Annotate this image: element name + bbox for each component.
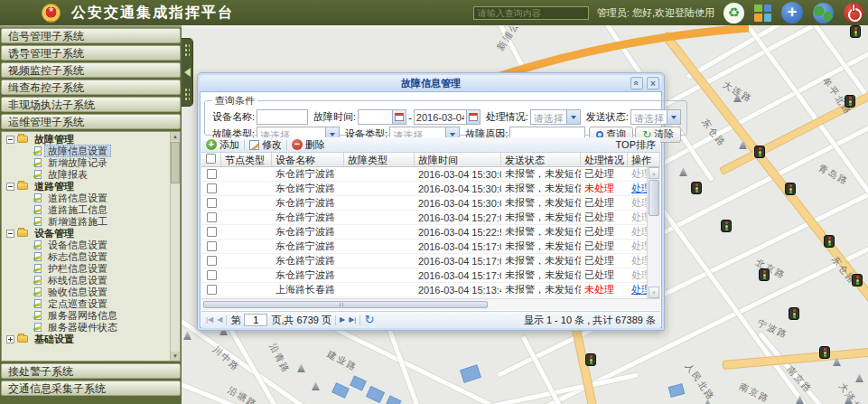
handle-status-select[interactable]: 请选择 <box>530 109 581 125</box>
send-status-select[interactable]: 请选择 <box>630 109 681 125</box>
first-page-button[interactable]: |◀ <box>206 315 213 324</box>
tree-scrollbar[interactable]: ▲ ▼ <box>170 132 180 361</box>
apps-grid-icon[interactable] <box>754 5 771 22</box>
tree-item[interactable]: 设备信息设置 <box>4 240 169 250</box>
traffic-light-marker-icon[interactable] <box>824 235 835 248</box>
table-row[interactable]: 上海路长春路 2016-03-04 15:13:45 未报警，未发短信 未处理 … <box>201 283 660 297</box>
camera-marker-icon[interactable] <box>854 373 864 382</box>
tree-item[interactable]: 基础设置 <box>4 334 169 344</box>
prev-page-button[interactable]: ◀ <box>217 315 222 324</box>
row-checkbox[interactable] <box>207 198 217 208</box>
tree-item[interactable]: 道路管理 <box>4 181 169 192</box>
tree-toggle-icon[interactable] <box>6 183 14 191</box>
table-row[interactable]: 东仓路宁波路 2016-03-04 15:17:01 未报警，未发短信 已处理 … <box>201 240 660 254</box>
row-checkbox[interactable] <box>207 169 217 179</box>
table-row[interactable]: 东仓路宁波路 2016-03-04 15:30:00 未报警，未发短信 已处理 … <box>201 196 660 211</box>
scroll-up-arrow-icon[interactable]: ▲ <box>649 167 659 179</box>
chevron-down-icon[interactable] <box>667 110 680 124</box>
row-checkbox[interactable] <box>207 212 217 222</box>
table-row[interactable]: 东仓路宁波路 2016-03-04 15:27:00 未报警，未发短信 已处理 … <box>201 211 660 225</box>
row-checkbox[interactable] <box>207 183 217 193</box>
scroll-down-arrow-icon[interactable]: ▼ <box>649 287 659 298</box>
tree-toggle-icon[interactable] <box>6 136 14 144</box>
tree-toggle-icon[interactable] <box>6 335 14 343</box>
device-name-input[interactable] <box>257 109 308 125</box>
fault-time-to-input[interactable] <box>415 110 466 124</box>
camera-marker-icon[interactable] <box>678 167 688 176</box>
traffic-light-marker-icon[interactable] <box>691 182 702 194</box>
power-logout-icon[interactable] <box>844 3 863 23</box>
column-device-name[interactable]: 设备名称 <box>272 153 344 166</box>
table-horizontal-scrollbar[interactable] <box>201 298 660 310</box>
tree-item[interactable]: 新增故障记录 <box>4 157 169 168</box>
sidebar-section[interactable]: 视频监控子系统 <box>1 62 181 78</box>
traffic-light-marker-icon[interactable] <box>852 274 863 287</box>
sidebar-collapse-handle[interactable] <box>182 38 193 107</box>
page-number-input[interactable] <box>244 314 267 326</box>
sidebar-section[interactable]: 诱导管理子系统 <box>1 45 181 61</box>
column-send-status[interactable]: 发送状态 <box>501 153 581 166</box>
traffic-light-marker-icon[interactable] <box>721 220 732 232</box>
tree-item[interactable]: 标志信息设置 <box>4 251 169 262</box>
add-button[interactable]: + 添加 <box>206 138 239 152</box>
traffic-light-marker-icon[interactable] <box>845 95 855 108</box>
traffic-light-marker-icon[interactable] <box>789 307 799 320</box>
tree-toggle-icon[interactable] <box>6 230 14 238</box>
tree-item[interactable]: 标线信息设置 <box>4 275 169 286</box>
camera-marker-icon[interactable] <box>311 381 321 390</box>
tree-item[interactable]: 故障信息设置 <box>4 146 169 156</box>
tree-item[interactable]: 设备管理 <box>4 228 169 239</box>
table-row[interactable]: 东仓路宁波路 2016-03-04 15:17:01 未报警，未发短信 已处理 … <box>201 254 660 268</box>
column-fault-type[interactable]: 故障类型 <box>344 153 415 166</box>
fault-time-from-input[interactable] <box>359 110 392 124</box>
window-close-icon[interactable]: × <box>647 77 659 89</box>
window-collapse-icon[interactable]: « <box>630 77 643 89</box>
sidebar-section[interactable]: 非现场执法子系统 <box>1 97 181 112</box>
camera-marker-icon[interactable] <box>182 331 192 340</box>
tree-item[interactable]: 服务器硬件状态 <box>4 322 169 333</box>
row-checkbox[interactable] <box>207 227 217 237</box>
edit-button[interactable]: 修改 <box>249 138 282 152</box>
calendar-icon[interactable] <box>392 110 406 124</box>
row-checkbox[interactable] <box>207 256 217 266</box>
globe-map-icon[interactable] <box>813 3 834 23</box>
scrollbar-thumb[interactable] <box>203 301 488 308</box>
column-node-type[interactable]: 节点类型 <box>221 153 272 166</box>
scroll-down-arrow-icon[interactable]: ▼ <box>171 352 180 361</box>
sidebar-section[interactable]: 缉查布控子系统 <box>1 80 181 95</box>
scrollbar-thumb[interactable] <box>171 142 180 183</box>
next-page-button[interactable]: ▶ <box>340 315 345 324</box>
tree-item[interactable]: 新增道路施工 <box>4 216 169 227</box>
scroll-up-arrow-icon[interactable]: ▲ <box>171 132 180 141</box>
row-checkbox[interactable] <box>207 270 217 280</box>
add-plus-icon[interactable]: + <box>781 2 803 23</box>
table-row[interactable]: 东仓路宁波路 2016-03-04 15:30:00 未报警，未发短信 已处理 … <box>201 167 660 182</box>
tree-item[interactable]: 道路信息设置 <box>4 193 169 203</box>
tree-item[interactable]: 护栏信息设置 <box>4 263 169 274</box>
column-processing[interactable]: 处理情况 <box>581 153 628 166</box>
row-checkbox[interactable] <box>207 285 217 295</box>
tree-item[interactable]: 验收信息设置 <box>4 287 169 297</box>
scrollbar-thumb[interactable] <box>649 180 659 216</box>
sidebar-section[interactable]: 接处警子系统 <box>1 363 181 379</box>
select-all-checkbox[interactable] <box>206 154 216 164</box>
global-search-input[interactable] <box>473 6 589 20</box>
sidebar-section[interactable]: 信号管理子系统 <box>1 28 181 43</box>
tree-item[interactable]: 定点巡查设置 <box>4 298 169 309</box>
traffic-light-marker-icon[interactable] <box>754 146 765 158</box>
column-action[interactable]: 操作 <box>628 153 660 166</box>
window-titlebar[interactable]: 故障信息管理 « × <box>200 75 662 91</box>
traffic-light-marker-icon[interactable] <box>759 268 770 281</box>
tree-item[interactable]: 道路施工信息 <box>4 204 169 215</box>
tree-item[interactable]: 服务器网络信息 <box>4 310 169 321</box>
traffic-light-marker-icon[interactable] <box>819 346 830 359</box>
row-checkbox[interactable] <box>207 241 217 251</box>
column-fault-time[interactable]: 故障时间 <box>415 153 501 166</box>
chevron-down-icon[interactable] <box>566 110 580 124</box>
camera-marker-icon[interactable] <box>296 363 306 372</box>
refresh-recycle-icon[interactable]: ♻ <box>723 3 744 23</box>
table-row[interactable]: 东仓路宁波路 2016-03-04 15:30:00 未报警，未发短信 未处理 … <box>201 182 660 196</box>
traffic-light-marker-icon[interactable] <box>785 183 796 195</box>
calendar-icon[interactable] <box>466 110 480 124</box>
sidebar-section[interactable]: 交通信息采集子系统 <box>1 381 181 396</box>
